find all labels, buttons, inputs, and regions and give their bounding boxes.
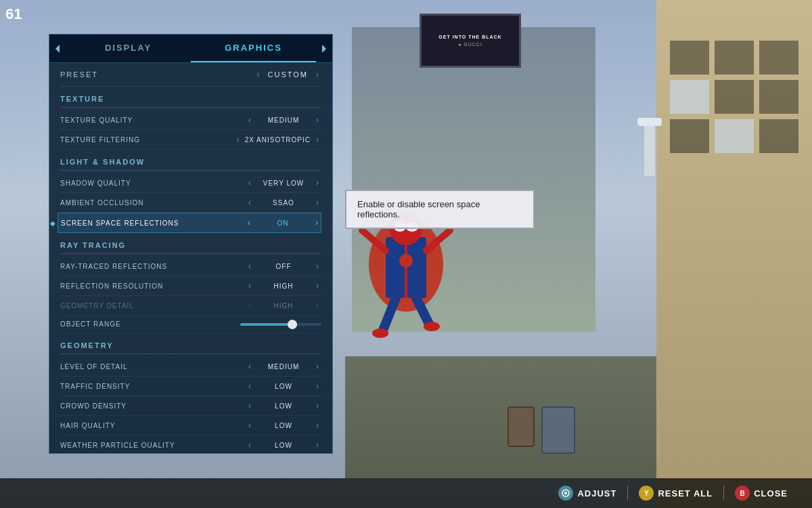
setting-value: OFF bbox=[256, 263, 311, 270]
setting-value-container: ‹ LOW › bbox=[246, 440, 321, 448]
setting-value-container: ‹ ON › bbox=[245, 218, 321, 228]
setting-value: HIGH bbox=[256, 302, 311, 310]
preset-next-button[interactable]: › bbox=[313, 70, 321, 79]
preset-label: PRESET bbox=[60, 70, 254, 79]
setting-value: SSAO bbox=[256, 199, 311, 207]
prev-button[interactable]: ‹ bbox=[246, 281, 254, 291]
setting-label: OBJECT RANGE bbox=[60, 320, 191, 328]
setting-label: RAY-TRACED REFLECTIONS bbox=[60, 263, 246, 270]
setting-value: ON bbox=[256, 219, 310, 227]
svg-point-12 bbox=[372, 329, 388, 338]
window bbox=[759, 41, 798, 75]
setting-label: LEVEL OF DETAIL bbox=[60, 363, 246, 371]
setting-value: 2X ANISOTROPIC bbox=[245, 136, 311, 144]
window bbox=[670, 80, 709, 114]
setting-value-container: ‹ MEDIUM › bbox=[246, 362, 321, 371]
setting-value-container: ‹ LOW › bbox=[246, 401, 321, 410]
next-button[interactable]: › bbox=[313, 362, 321, 371]
prev-button[interactable]: ‹ bbox=[234, 135, 242, 144]
prev-button[interactable]: ‹ bbox=[245, 218, 253, 228]
setting-value: LOW bbox=[256, 442, 311, 448]
next-button[interactable]: › bbox=[313, 178, 321, 188]
next-button[interactable]: › bbox=[313, 198, 321, 207]
next-button[interactable]: › bbox=[313, 135, 321, 144]
preset-prev-button[interactable]: ‹ bbox=[254, 70, 263, 79]
setting-label: TEXTURE FILTERING bbox=[60, 136, 234, 144]
setting-value-container: ‹ LOW › bbox=[246, 381, 321, 391]
setting-row-ray-traced-reflections[interactable]: RAY-TRACED REFLECTIONS ‹ OFF › bbox=[60, 257, 321, 276]
active-indicator: ◆ bbox=[50, 219, 55, 227]
setting-value-container: ‹ SSAO › bbox=[246, 198, 321, 207]
window bbox=[715, 41, 754, 75]
window bbox=[715, 119, 754, 153]
setting-value-container: ‹ HIGH › bbox=[246, 301, 321, 310]
next-button[interactable]: › bbox=[313, 401, 321, 410]
setting-label: SHADOW QUALITY bbox=[60, 179, 246, 187]
reset-hud-item[interactable]: Y RESET ALL bbox=[627, 486, 723, 501]
light-fixture bbox=[644, 122, 655, 176]
setting-row-weather-particle-quality[interactable]: WEATHER PARTICLE QUALITY ‹ LOW › bbox=[60, 436, 321, 448]
setting-label: REFLECTION RESOLUTION bbox=[60, 282, 246, 290]
prev-button[interactable]: ‹ bbox=[246, 178, 254, 188]
reset-button-icon: Y bbox=[639, 486, 654, 501]
next-button[interactable]: › bbox=[313, 440, 321, 448]
close-hud-item[interactable]: B CLOSE bbox=[723, 486, 798, 501]
setting-value-container: ‹ HIGH › bbox=[246, 281, 321, 291]
setting-row-ambient-occlusion[interactable]: AMBIENT OCCLUSION ‹ SSAO › bbox=[60, 193, 321, 213]
prev-button[interactable]: ‹ bbox=[246, 440, 254, 448]
trash-can bbox=[541, 406, 575, 454]
setting-value-container: ‹ VERY LOW › bbox=[246, 178, 321, 188]
slider-container bbox=[191, 323, 321, 326]
prev-button[interactable]: ‹ bbox=[246, 381, 254, 391]
ground bbox=[345, 356, 656, 478]
setting-row-screen-space-reflections[interactable]: ◆ SCREEN SPACE REFLECTIONS ‹ ON › bbox=[58, 213, 321, 233]
setting-row-shadow-quality[interactable]: SHADOW QUALITY ‹ VERY LOW › bbox=[60, 173, 321, 193]
prev-button: ‹ bbox=[246, 301, 254, 310]
tab-display[interactable]: DISPLAY bbox=[66, 35, 191, 62]
object-range-slider[interactable] bbox=[240, 323, 321, 326]
billboard: GET INTO THE BLACK ● GUCCI bbox=[420, 14, 521, 68]
prev-button[interactable]: ‹ bbox=[246, 421, 254, 430]
next-button[interactable]: › bbox=[313, 115, 321, 125]
setting-row-texture-filtering[interactable]: TEXTURE FILTERING ‹ 2X ANISOTROPIC › bbox=[60, 130, 321, 150]
setting-row-reflection-resolution[interactable]: REFLECTION RESOLUTION ‹ HIGH › bbox=[60, 276, 321, 296]
setting-value-container: ‹ OFF › bbox=[246, 261, 321, 271]
prev-button[interactable]: ‹ bbox=[246, 261, 254, 271]
tab-graphics[interactable]: GRAPHICS bbox=[191, 35, 316, 62]
preset-row: PRESET ‹ CUSTOM › bbox=[60, 63, 321, 87]
setting-label: WEATHER PARTICLE QUALITY bbox=[60, 442, 246, 448]
setting-label: HAIR QUALITY bbox=[60, 422, 246, 429]
svg-marker-14 bbox=[55, 45, 60, 53]
setting-value: LOW bbox=[256, 383, 311, 390]
setting-row-traffic-density[interactable]: TRAFFIC DENSITY ‹ LOW › bbox=[60, 377, 321, 396]
setting-label: TRAFFIC DENSITY bbox=[60, 383, 246, 390]
section-header-geometry: GEOMETRY bbox=[60, 333, 321, 354]
next-button[interactable]: › bbox=[313, 218, 321, 228]
next-button[interactable]: › bbox=[313, 261, 321, 271]
next-button[interactable]: › bbox=[313, 381, 321, 391]
prev-button[interactable]: ‹ bbox=[246, 198, 254, 207]
prev-button[interactable]: ‹ bbox=[246, 362, 254, 371]
close-button-icon: B bbox=[735, 486, 750, 501]
tab-next-button[interactable] bbox=[316, 35, 332, 62]
preset-value-container: ‹ CUSTOM › bbox=[254, 70, 321, 79]
tab-prev-button[interactable] bbox=[49, 35, 66, 62]
setting-value: MEDIUM bbox=[256, 117, 311, 124]
window bbox=[670, 119, 709, 153]
svg-point-13 bbox=[424, 322, 440, 331]
setting-row-geometry-detail: GEOMETRY DETAIL ‹ HIGH › bbox=[60, 296, 321, 316]
next-button[interactable]: › bbox=[313, 281, 321, 291]
svg-point-17 bbox=[564, 492, 567, 494]
svg-rect-2 bbox=[386, 237, 405, 298]
setting-row-crowd-density[interactable]: CROWD DENSITY ‹ LOW › bbox=[60, 396, 321, 416]
setting-row-texture-quality[interactable]: TEXTURE QUALITY ‹ MEDIUM › bbox=[60, 110, 321, 130]
prev-button[interactable]: ‹ bbox=[246, 115, 254, 125]
setting-value: HIGH bbox=[256, 282, 311, 290]
setting-row-hair-quality[interactable]: HAIR QUALITY ‹ LOW › bbox=[60, 416, 321, 436]
close-label: CLOSE bbox=[754, 488, 788, 499]
next-button[interactable]: › bbox=[313, 421, 321, 430]
setting-row-level-of-detail[interactable]: LEVEL OF DETAIL ‹ MEDIUM › bbox=[60, 357, 321, 377]
setting-row-object-range[interactable]: OBJECT RANGE bbox=[60, 316, 321, 333]
prev-button[interactable]: ‹ bbox=[246, 401, 254, 410]
adjust-button-icon bbox=[558, 486, 573, 501]
